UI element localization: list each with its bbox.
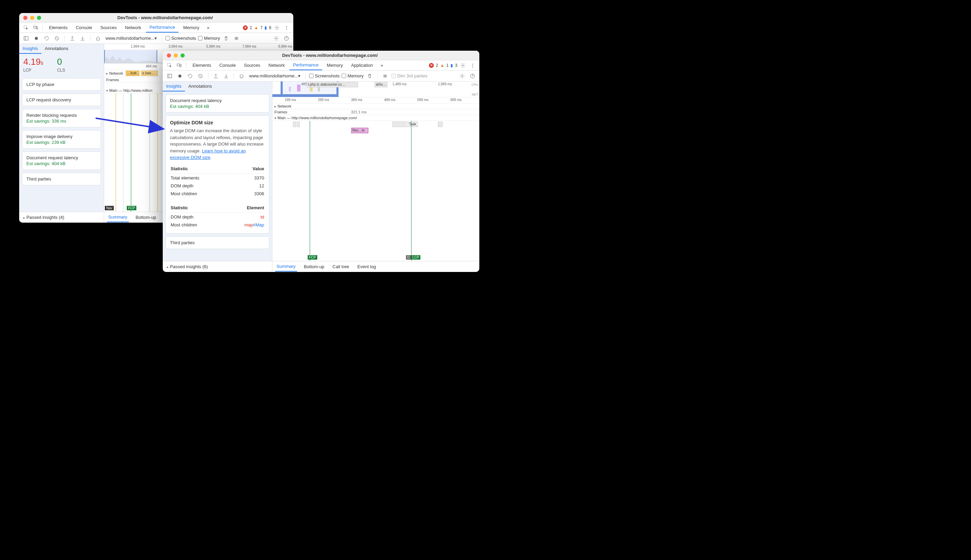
settings-icon[interactable] <box>272 34 280 42</box>
tab-console[interactable]: Console <box>216 61 239 70</box>
tab-application[interactable]: Application <box>348 61 377 70</box>
svg-rect-19 <box>168 74 172 78</box>
tab-console[interactable]: Console <box>72 23 95 32</box>
download-icon[interactable] <box>78 34 87 42</box>
inspect-icon[interactable] <box>22 23 30 32</box>
tab-annotations[interactable]: Annotations <box>185 82 215 92</box>
shortcuts-icon[interactable] <box>232 34 240 42</box>
gear-icon[interactable] <box>459 61 467 70</box>
tab-annotations[interactable]: Annotations <box>42 44 72 54</box>
tab-elements[interactable]: Elements <box>45 23 71 32</box>
insight-image-delivery[interactable]: Improve image deliveryEst savings: 239 k… <box>22 130 101 148</box>
status-badges[interactable]: ✕2 ▲7 ▮6 <box>243 25 271 30</box>
network-item[interactable]: t.php (c.statcounter.co… <box>307 82 358 87</box>
network-item[interactable]: arho… <box>374 82 387 87</box>
home-icon[interactable] <box>94 34 102 42</box>
record-icon[interactable] <box>176 72 184 80</box>
tab-sources[interactable]: Sources <box>240 61 264 70</box>
recalc-block[interactable]: Rec…le <box>351 128 368 133</box>
upload-icon[interactable] <box>68 34 77 42</box>
insight-third-parties[interactable]: Third parties <box>165 236 269 249</box>
tab-performance[interactable]: Performance <box>146 23 178 33</box>
tab-network[interactable]: Network <box>122 23 145 32</box>
clear-icon[interactable] <box>196 72 205 80</box>
record-icon[interactable] <box>32 34 40 42</box>
url-selector[interactable]: www.milliondollarhome...▾ <box>248 73 302 79</box>
maximize-icon[interactable] <box>37 16 41 20</box>
insight-doc-latency[interactable]: Document request latencyEst savings: 404… <box>22 152 101 170</box>
screenshots-checkbox[interactable]: Screenshots <box>309 73 340 78</box>
upload-icon[interactable] <box>212 72 220 80</box>
panel-toggle-icon[interactable] <box>165 72 174 80</box>
help-icon[interactable] <box>282 34 290 42</box>
network-track-label[interactable]: Network t.php (c.statcounter.co… arho… <box>272 103 479 109</box>
tab-summary[interactable]: Summary <box>275 262 297 272</box>
tab-network[interactable]: Network <box>265 61 289 70</box>
more-tabs-icon[interactable]: » <box>204 23 212 32</box>
insight-doc-latency[interactable]: Document request latency Est savings: 40… <box>165 94 269 113</box>
tab-bottom-up[interactable]: Bottom-up <box>302 262 326 271</box>
table-row: Most childrenmap#Map <box>171 221 264 228</box>
tab-event-log[interactable]: Event log <box>356 262 377 271</box>
home-icon[interactable] <box>237 72 246 80</box>
main-track-label[interactable]: Main — http://www.milliondollarhomepage.… <box>272 115 479 121</box>
download-icon[interactable] <box>222 72 230 80</box>
flame-block[interactable] <box>392 122 405 127</box>
gc-icon[interactable] <box>222 34 230 42</box>
shortcuts-icon[interactable] <box>381 72 389 80</box>
tab-performance[interactable]: Performance <box>290 60 322 70</box>
kebab-icon[interactable]: ⋮ <box>468 61 477 70</box>
minimize-icon[interactable] <box>30 16 34 20</box>
network-item[interactable]: …butt… <box>126 70 139 76</box>
screenshots-checkbox[interactable]: Screenshots <box>165 36 196 41</box>
tab-sources[interactable]: Sources <box>97 23 120 32</box>
inspect-icon[interactable] <box>165 61 174 70</box>
settings-icon[interactable] <box>458 72 466 80</box>
close-icon[interactable] <box>23 16 27 20</box>
insight-render-blocking[interactable]: Render blocking requestsEst savings: 336… <box>22 109 101 127</box>
tab-memory[interactable]: Memory <box>180 23 203 32</box>
svg-point-28 <box>462 75 463 77</box>
memory-checkbox[interactable]: Memory <box>342 73 364 78</box>
tab-memory[interactable]: Memory <box>324 61 346 70</box>
close-icon[interactable] <box>167 53 171 58</box>
svg-rect-1 <box>33 26 36 28</box>
maximize-icon[interactable] <box>180 53 185 58</box>
clear-icon[interactable] <box>53 34 61 42</box>
reload-icon[interactable] <box>186 72 194 80</box>
passed-insights[interactable]: Passed insights (4) <box>19 212 104 223</box>
vital-cls[interactable]: 0 CLS <box>57 57 65 73</box>
dc-marker: D <box>406 255 411 260</box>
insight-lcp-discovery[interactable]: LCP request discovery <box>22 93 101 106</box>
tab-bottom-up[interactable]: Bottom-up <box>134 213 158 222</box>
reload-icon[interactable] <box>42 34 51 42</box>
gc-icon[interactable] <box>365 72 374 80</box>
tab-call-tree[interactable]: Call tree <box>331 262 350 271</box>
help-icon[interactable] <box>468 72 477 80</box>
insight-lcp-phase[interactable]: LCP by phase <box>22 78 101 91</box>
minimize-icon[interactable] <box>174 53 178 58</box>
timeline[interactable]: 489 ms 989 ms 1,489 ms 1,989 ms CPU NET … <box>272 82 479 272</box>
kebab-icon[interactable]: ⋮ <box>282 23 290 32</box>
memory-checkbox[interactable]: Memory <box>198 36 220 41</box>
tab-elements[interactable]: Elements <box>189 61 215 70</box>
url-selector[interactable]: www.milliondollarhome...▾ <box>104 35 158 42</box>
vital-lcp[interactable]: 4.19s LCP <box>23 57 43 73</box>
frames-track-label[interactable]: Frames 321.1 ms <box>272 109 479 115</box>
passed-insights[interactable]: Passed insights (6) <box>163 261 272 272</box>
device-icon[interactable] <box>32 23 40 32</box>
more-tabs-icon[interactable]: » <box>377 61 386 70</box>
insight-optimize-dom[interactable]: Optimize DOM size A large DOM can increa… <box>165 115 269 233</box>
panel-toggle-icon[interactable] <box>22 34 30 42</box>
device-icon[interactable] <box>175 61 183 70</box>
dim-checkbox[interactable]: Dim 3rd parties <box>391 73 427 78</box>
tab-insights[interactable]: Insights <box>19 44 42 54</box>
gear-icon[interactable] <box>273 23 281 32</box>
tab-summary[interactable]: Summary <box>107 212 129 222</box>
flame-chart[interactable]: Task Rec…le FCP D LCP <box>272 121 479 261</box>
network-item[interactable]: s (ww… <box>141 70 158 76</box>
status-badges[interactable]: ✕2 ▲1 ▮3 <box>429 63 457 68</box>
insight-third-parties[interactable]: Third parties <box>22 173 101 185</box>
svg-point-3 <box>276 27 277 28</box>
tab-insights[interactable]: Insights <box>163 82 185 92</box>
